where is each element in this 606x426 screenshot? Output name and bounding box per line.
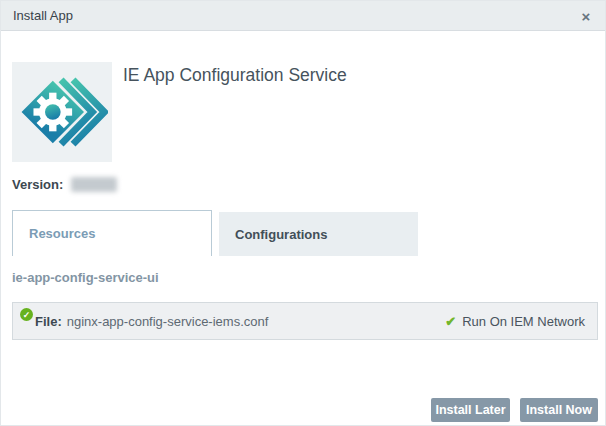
- file-label: File:: [35, 314, 62, 329]
- network-check-icon: ✔: [445, 314, 456, 329]
- install-now-button[interactable]: Install Now: [520, 398, 598, 422]
- tab-configurations-label: Configurations: [235, 227, 327, 242]
- app-gear-chevron-icon: [16, 66, 108, 158]
- resource-group-name: ie-app-config-service-ui: [12, 270, 159, 285]
- install-later-button[interactable]: Install Later: [431, 398, 510, 422]
- file-check-badge-icon: ✓: [20, 308, 33, 321]
- app-name: IE App Configuration Service: [123, 65, 347, 86]
- tab-resources[interactable]: Resources: [12, 210, 212, 256]
- dialog-titlebar: Install App: [1, 1, 605, 31]
- version-label: Version:: [12, 177, 63, 192]
- close-icon[interactable]: ×: [573, 1, 599, 31]
- version-value-redacted: [71, 177, 117, 192]
- dialog-title: Install App: [13, 8, 73, 23]
- resource-file-row: ✓ File: nginx-app-config-service-iems.co…: [12, 302, 598, 340]
- file-name: nginx-app-config-service-iems.conf: [67, 314, 269, 329]
- app-icon-tile: [12, 62, 112, 162]
- network-status-label: Run On IEM Network: [462, 314, 585, 329]
- tab-configurations[interactable]: Configurations: [219, 212, 418, 256]
- version-row: Version:: [12, 177, 117, 192]
- tab-resources-label: Resources: [29, 226, 95, 241]
- install-app-dialog: Install App × IE App Configuration: [0, 0, 606, 426]
